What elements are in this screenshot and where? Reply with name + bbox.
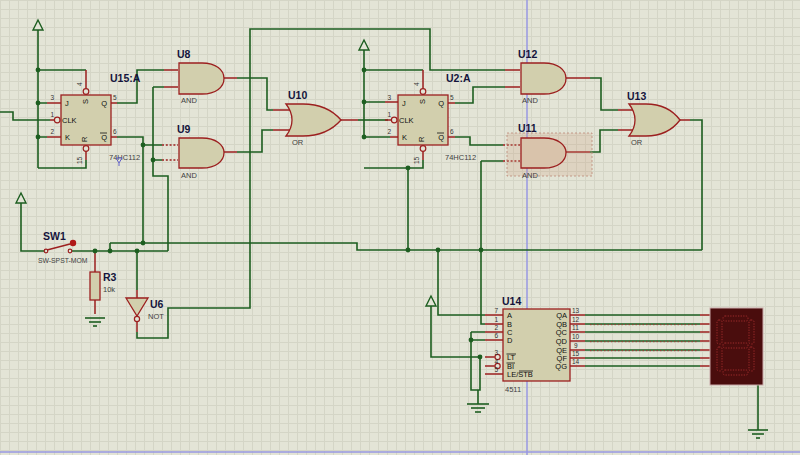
type-and: AND: [181, 96, 197, 105]
pin-label-qbar: Q: [101, 133, 107, 142]
set-bubble: [83, 89, 89, 95]
seven-segment-display[interactable]: [710, 308, 763, 385]
wire-ff2-qbar-to-u11[interactable]: [455, 137, 503, 145]
pin-number: 15: [413, 156, 420, 164]
ref-u8: U8: [177, 48, 191, 60]
ref-u11: U11: [518, 122, 537, 134]
inverter-bubble: [134, 316, 139, 321]
pin-number: 9: [574, 342, 578, 349]
ref-u10: U10: [288, 89, 307, 101]
pin-number: 15: [572, 350, 580, 357]
pin-number: 5: [450, 94, 454, 101]
and-gate-u11-selected[interactable]: [507, 133, 592, 176]
pin-label-qc: QC: [556, 328, 568, 337]
wire-r3-u6-clockline[interactable]: [95, 29, 505, 338]
pin-label-qg: QG: [555, 362, 567, 371]
jk-flipflop-u2a[interactable]: J CLK K Q Q S R 3 1 2 5 6 4 15: [387, 82, 454, 164]
type-and: AND: [522, 171, 538, 180]
pin-number: 6: [113, 128, 117, 135]
pin-label-s: S: [418, 99, 427, 104]
or-gate-u10[interactable]: [286, 104, 341, 136]
pin-label-q: Q: [101, 99, 107, 108]
ref-u15a: U15:A: [110, 72, 141, 84]
part-sw-spst-mom: SW-SPST-MOM: [38, 257, 88, 264]
wire-u11-out[interactable]: [590, 130, 618, 152]
wire-ff2-q-to-u12[interactable]: [455, 87, 505, 103]
pin-number: 12: [572, 316, 580, 323]
pin-number: 10: [572, 333, 580, 340]
pin-number: 2: [50, 128, 54, 135]
reset-bubble: [420, 146, 426, 152]
ref-sw1: SW1: [43, 230, 66, 242]
wire-u8-out[interactable]: [237, 78, 273, 110]
pin-label-s: S: [81, 99, 90, 104]
pin-label-qbar: Q: [438, 133, 444, 142]
schematic-canvas: J CLK K Q Q S R 3 1 2 5 6 4 15 U15:A 74H…: [0, 0, 800, 455]
pin-label-a: A: [507, 311, 512, 320]
pin-label-q: Q: [438, 99, 444, 108]
u9-input-stubs: [162, 145, 178, 160]
or-gate-u13[interactable]: [629, 104, 680, 136]
wire-u14-to-display[interactable]: [585, 315, 700, 366]
wire-u12-out[interactable]: [590, 78, 618, 110]
ground-symbol-display[interactable]: [748, 430, 768, 438]
pin-number: 7: [494, 307, 498, 314]
ref-u9: U9: [177, 123, 191, 135]
display-pin-stubs: [700, 315, 710, 366]
pin-number: 3: [50, 94, 54, 101]
pin-label-clk: CLK: [399, 116, 414, 125]
value-r3: 10k: [103, 285, 115, 294]
pin-label-k: K: [65, 133, 70, 142]
and-gate-u12[interactable]: [521, 63, 566, 94]
ref-r3: R3: [103, 271, 117, 283]
ref-u12: U12: [518, 48, 537, 60]
clk-bubble: [54, 117, 60, 123]
part-74hc112: 74HC112: [445, 153, 476, 162]
wire-u13-out[interactable]: [690, 120, 702, 250]
pin-number: 13: [572, 307, 580, 314]
switch-actuator[interactable]: [70, 240, 76, 246]
reset-bubble: [83, 146, 89, 152]
pin-number: 14: [572, 358, 580, 365]
pin-number: 4: [76, 82, 83, 86]
clk-bubble: [391, 117, 397, 123]
wire-u8-u9-enable[interactable]: [153, 87, 168, 251]
pin-label-j: J: [65, 99, 69, 108]
wire-u14-lt-rail[interactable]: [431, 306, 480, 390]
power-terminal-icon[interactable]: [359, 40, 369, 50]
pin-number: 6: [494, 332, 498, 339]
pin-number: 11: [572, 324, 579, 331]
jk-flipflop-u15a[interactable]: J CLK K Q Q S R 3 1 2 5 6 4 15: [50, 82, 117, 164]
ground-symbol-u14[interactable]: [467, 404, 489, 412]
power-terminal-icon[interactable]: [426, 296, 436, 306]
wire-u14-cd-ground[interactable]: [471, 332, 485, 404]
pin-number: 1: [50, 111, 54, 118]
bcd-decoder-u14[interactable]: A B C D LT BI LE/STB QA QB QC QD QE QF Q…: [494, 307, 579, 381]
pin-label-k: K: [402, 133, 407, 142]
and-gate-u8[interactable]: [179, 63, 224, 94]
pin-number: 5: [494, 366, 498, 373]
power-terminal-icon[interactable]: [33, 20, 43, 30]
pin-label-qd: QD: [556, 337, 568, 346]
wire-u14-b-feed[interactable]: [481, 161, 503, 324]
wire-clock-input[interactable]: [0, 112, 50, 120]
and-gate-u9[interactable]: [179, 138, 224, 168]
ground-symbol-r3[interactable]: [85, 318, 105, 326]
resistor-r3[interactable]: [90, 272, 100, 300]
not-gate-u6[interactable]: [126, 298, 148, 322]
pin-number: 2: [494, 324, 498, 331]
set-bubble: [420, 89, 426, 95]
ref-u13: U13: [627, 90, 646, 102]
type-and: AND: [181, 171, 197, 180]
part-74hc112: 74HC112: [109, 153, 140, 162]
pin-number: 4: [413, 82, 420, 86]
pin-label-d: D: [507, 336, 513, 345]
wire-u9-out[interactable]: [237, 130, 273, 152]
pin-number: 6: [450, 128, 454, 135]
type-or: OR: [631, 138, 643, 147]
pin-number: 4: [494, 358, 498, 365]
pin-number: 1: [494, 316, 498, 323]
power-terminal-icon[interactable]: [16, 193, 26, 203]
type-and: AND: [522, 96, 538, 105]
wire-u14-a-feed[interactable]: [438, 250, 485, 315]
